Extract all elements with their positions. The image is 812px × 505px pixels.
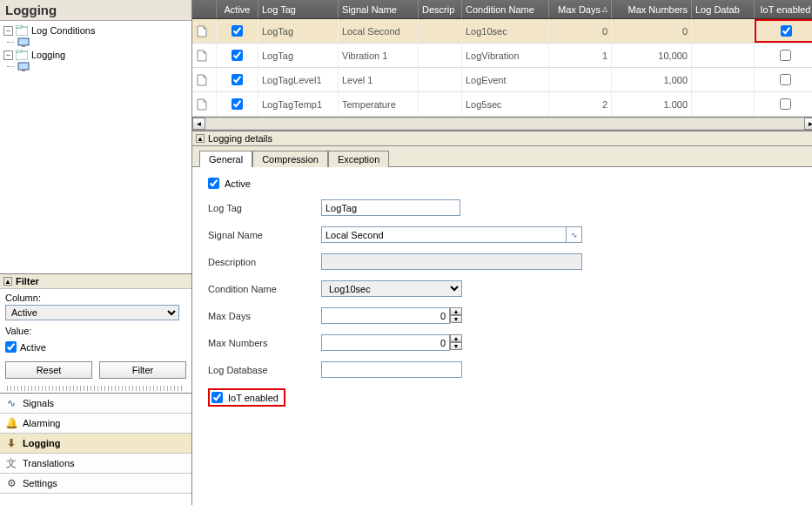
row-active-checkbox[interactable]: [232, 98, 243, 110]
cell-signal: Local Second: [339, 19, 419, 43]
col-iot[interactable]: IoT enabled: [755, 0, 812, 18]
nav-signals[interactable]: ∿ Signals: [0, 394, 191, 414]
nav-alarming[interactable]: 🔔 Alarming: [0, 414, 191, 434]
cell-db: [692, 44, 755, 67]
tab-exception[interactable]: Exception: [328, 151, 389, 167]
cell-days: [549, 68, 612, 91]
cell-tag: LogTagTemp1: [258, 92, 339, 116]
gripper[interactable]: [7, 386, 185, 391]
table-row[interactable]: LogTagLevel1Level 1LogEvent1,000: [192, 68, 812, 92]
col-logtag[interactable]: Log Tag: [258, 0, 339, 18]
col-desc[interactable]: Descrip: [419, 0, 462, 18]
cell-desc: [419, 92, 462, 116]
table-row[interactable]: LogTagLocal SecondLog10sec00: [192, 19, 812, 44]
svg-rect-7: [22, 70, 25, 71]
monitor-icon: [17, 62, 30, 72]
cell-iot[interactable]: [755, 44, 812, 67]
iot-checkbox[interactable]: [211, 392, 223, 403]
iot-label: IoT enabled: [228, 393, 278, 403]
tree-label: Log Conditions: [31, 25, 95, 36]
cell-active[interactable]: [217, 92, 258, 116]
scroll-right-icon[interactable]: ►: [804, 118, 812, 130]
cell-iot[interactable]: [755, 92, 812, 116]
doc-icon: [192, 92, 217, 116]
active-checkbox[interactable]: [5, 341, 17, 353]
row-iot-checkbox[interactable]: [780, 50, 791, 61]
description-label: Description: [208, 257, 321, 267]
sort-asc-icon: △: [602, 5, 607, 13]
tree-node-logging[interactable]: − Logging: [2, 49, 190, 61]
signal-input[interactable]: [321, 226, 567, 243]
col-signal[interactable]: Signal Name: [339, 0, 419, 18]
col-maxnums[interactable]: Max Numbers: [612, 0, 692, 18]
collapse-icon[interactable]: ▲: [3, 277, 12, 286]
value-label: Value:: [5, 326, 186, 336]
tab-compression[interactable]: Compression: [252, 151, 328, 167]
svg-rect-6: [18, 63, 29, 70]
tree-leaf[interactable]: [16, 61, 190, 73]
maxnums-input[interactable]: [321, 334, 450, 351]
cell-active[interactable]: [217, 19, 258, 43]
collapse-icon[interactable]: −: [3, 26, 13, 36]
row-iot-checkbox[interactable]: [781, 25, 792, 37]
row-iot-checkbox[interactable]: [780, 98, 791, 110]
page-title: Logging: [0, 0, 191, 21]
condition-select[interactable]: Log10sec: [321, 280, 462, 297]
row-active-checkbox[interactable]: [232, 50, 243, 61]
scroll-left-icon[interactable]: ◄: [192, 118, 205, 130]
filter-title: Filter: [16, 276, 39, 286]
tree-leaf[interactable]: [16, 37, 190, 49]
filter-button[interactable]: Filter: [99, 361, 186, 379]
tree-label: Logging: [31, 50, 65, 60]
spin-up-icon[interactable]: ▲: [450, 334, 462, 342]
folder-icon: [16, 25, 28, 36]
reset-button[interactable]: Reset: [5, 361, 92, 379]
nav-list: ∿ Signals 🔔 Alarming ⬇ Logging 文 Transla…: [0, 393, 191, 494]
doc-icon: [192, 19, 217, 43]
scroll-track[interactable]: [205, 118, 804, 130]
nav-translations[interactable]: 文 Translations: [0, 454, 191, 474]
tab-general[interactable]: General: [199, 151, 252, 167]
cell-iot[interactable]: [755, 19, 812, 43]
cell-db: [692, 68, 755, 91]
signal-picker-icon[interactable]: ∿: [567, 226, 582, 243]
grid-header: Active Log Tag Signal Name Descrip Condi…: [192, 0, 812, 19]
col-maxdays[interactable]: Max Days△: [549, 0, 612, 18]
nav-label: Signals: [23, 398, 54, 408]
col-condition[interactable]: Condition Name: [462, 0, 549, 18]
nav-settings[interactable]: ⚙ Settings: [0, 474, 191, 494]
row-active-checkbox[interactable]: [232, 25, 243, 37]
description-input[interactable]: [321, 253, 582, 270]
column-select[interactable]: Active: [5, 305, 179, 320]
tree-node-log-conditions[interactable]: − Log Conditions: [2, 24, 190, 37]
spin-down-icon[interactable]: ▼: [450, 315, 462, 323]
tree-view: − Log Conditions − Logging: [0, 21, 191, 273]
spin-up-icon[interactable]: ▲: [450, 307, 462, 315]
cell-desc: [419, 44, 462, 67]
logtag-input[interactable]: [321, 199, 460, 216]
table-row[interactable]: LogTagVibration 1LogVibration110,000: [192, 44, 812, 68]
col-active[interactable]: Active: [217, 0, 258, 18]
nav-label: Settings: [23, 478, 57, 488]
cell-active[interactable]: [217, 44, 258, 67]
nav-logging[interactable]: ⬇ Logging: [0, 434, 191, 454]
doc-icon: [192, 44, 217, 67]
collapse-icon[interactable]: −: [3, 50, 13, 60]
cell-iot[interactable]: [755, 68, 812, 91]
row-iot-checkbox[interactable]: [780, 74, 791, 85]
spin-down-icon[interactable]: ▼: [450, 342, 462, 350]
cell-nums: 1,000: [612, 68, 692, 91]
col-icon[interactable]: [192, 0, 217, 18]
collapse-icon[interactable]: ▲: [196, 134, 205, 143]
active-checkbox[interactable]: [208, 178, 219, 189]
row-active-checkbox[interactable]: [232, 74, 243, 85]
maxdays-input[interactable]: [321, 307, 450, 324]
logdb-input[interactable]: [321, 361, 462, 378]
condition-label: Condition Name: [208, 284, 321, 294]
cell-signal: Vibration 1: [339, 44, 419, 67]
cell-active[interactable]: [217, 68, 258, 91]
horizontal-scrollbar[interactable]: ◄ ►: [192, 117, 812, 131]
cell-days: 0: [549, 19, 612, 43]
col-logdb[interactable]: Log Datab: [692, 0, 755, 18]
table-row[interactable]: LogTagTemp1TemperatureLog5sec21.000: [192, 92, 812, 117]
